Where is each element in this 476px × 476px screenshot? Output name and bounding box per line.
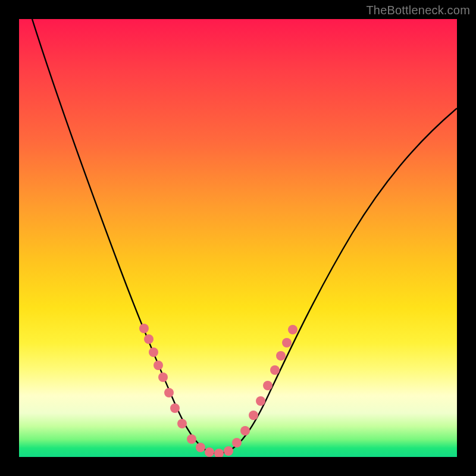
svg-point-0 xyxy=(139,324,149,333)
svg-point-20 xyxy=(282,338,292,347)
svg-point-7 xyxy=(177,419,187,428)
svg-point-19 xyxy=(276,351,286,361)
svg-point-21 xyxy=(288,325,298,334)
svg-point-6 xyxy=(170,403,180,413)
svg-point-14 xyxy=(240,426,250,436)
plot-area xyxy=(19,19,457,457)
svg-point-11 xyxy=(214,449,224,457)
svg-point-16 xyxy=(256,396,265,406)
marker-dots xyxy=(139,324,298,457)
svg-point-3 xyxy=(154,361,163,370)
svg-point-5 xyxy=(164,388,174,397)
svg-point-13 xyxy=(232,438,242,447)
chart-frame: TheBottleneck.com xyxy=(0,0,476,476)
svg-point-12 xyxy=(224,446,233,456)
watermark-text: TheBottleneck.com xyxy=(366,4,470,17)
svg-point-9 xyxy=(196,443,205,452)
svg-point-10 xyxy=(205,447,214,457)
bottleneck-curve xyxy=(19,19,457,457)
svg-point-15 xyxy=(249,411,258,420)
svg-point-18 xyxy=(270,365,280,375)
curve-path xyxy=(32,19,457,453)
svg-point-17 xyxy=(263,381,273,390)
svg-point-2 xyxy=(149,347,158,357)
svg-point-8 xyxy=(187,434,196,444)
svg-point-4 xyxy=(158,372,168,382)
svg-point-1 xyxy=(144,334,154,344)
